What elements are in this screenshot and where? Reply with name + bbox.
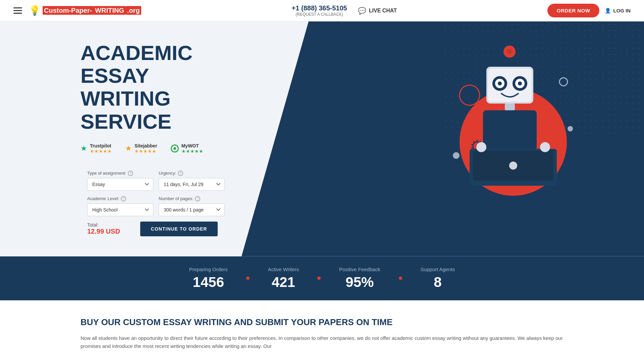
pages-label: Number of pages: ? — [159, 196, 225, 201]
trustpilot-icon: ★ — [80, 144, 87, 153]
stat-separator-1 — [317, 277, 321, 280]
mywot-rating: MyWOT ★★★★★ — [171, 143, 203, 154]
type-help-icon[interactable]: ? — [128, 171, 133, 176]
svg-point-1 — [460, 85, 480, 105]
svg-point-24 — [509, 162, 517, 170]
svg-point-19 — [518, 81, 522, 85]
stat-value-2: 95% — [339, 274, 380, 290]
stat-label-0: Preparing Orders — [189, 266, 228, 272]
stat-separator-0 — [246, 277, 250, 280]
ratings-row: ★ Trustpilot ★★★★★ ★ Sitejabber ★★★★★ My — [80, 143, 231, 154]
stat-label-1: Active Writers — [268, 266, 299, 272]
type-select[interactable]: Essay Research Paper Term Paper Coursewo… — [87, 178, 153, 191]
sitejabber-info: Sitejabber ★★★★★ — [135, 143, 157, 154]
stat-item-3: Support Agents8 — [421, 266, 455, 290]
svg-point-25 — [476, 142, 486, 152]
robot-illustration: ⚙ ⚙ — [449, 28, 577, 196]
header-left: 💡 Custom-Paper-WRITING.org — [13, 5, 141, 16]
stat-item-1: Active Writers421 — [268, 266, 299, 290]
svg-point-18 — [498, 81, 502, 85]
total-block: Total: 12.99 USD — [87, 222, 120, 235]
mywot-stars: ★★★★★ — [181, 148, 203, 154]
hero-title: ACADEMIC ESSAY WRITING SERVICE — [80, 42, 231, 133]
continue-button[interactable]: CONTINUE TO ORDER — [140, 222, 218, 236]
form-group-pages: Number of pages: ? 300 words / 1 page 60… — [159, 196, 225, 216]
header: 💡 Custom-Paper-WRITING.org +1 (888) 365-… — [0, 0, 644, 21]
svg-point-11 — [507, 49, 512, 54]
bottom-text: Now all students have an opportunity to … — [80, 334, 564, 350]
header-center: +1 (888) 365-5105 (REQUEST A CALLBACK) 💬… — [292, 4, 397, 17]
pages-help-icon[interactable]: ? — [195, 196, 200, 201]
logo-suffix: .org — [126, 6, 141, 15]
trustpilot-rating: ★ Trustpilot ★★★★★ — [80, 143, 112, 154]
stat-value-1: 421 — [268, 274, 299, 290]
trustpilot-name: Trustpilot — [90, 143, 112, 148]
svg-point-4 — [568, 126, 573, 131]
live-chat-button[interactable]: 💬 LIVE CHAT — [358, 7, 397, 15]
type-label: Type of assignment: ? — [87, 171, 153, 176]
stats-bar: Preparing Orders1456Active Writers421Pos… — [0, 256, 644, 300]
total-value: 12.99 USD — [87, 228, 120, 235]
hero-section: ACADEMIC ESSAY WRITING SERVICE ★ Trustpi… — [0, 21, 644, 256]
bottom-section: BUY OUR CUSTOM ESSAY WRITING AND SUBMIT … — [0, 300, 644, 362]
trustpilot-info: Trustpilot ★★★★★ — [90, 143, 112, 154]
form-row-2: Academic Level: ? High School Undergradu… — [87, 196, 225, 216]
stat-item-2: Positive Feedback95% — [339, 266, 380, 290]
level-help-icon[interactable]: ? — [121, 196, 126, 201]
login-button[interactable]: 👤 LOG IN — [605, 8, 631, 14]
stat-label-2: Positive Feedback — [339, 266, 380, 272]
logo[interactable]: 💡 Custom-Paper-WRITING.org — [29, 5, 141, 16]
robot-svg: ⚙ ⚙ — [449, 28, 577, 196]
mywot-icon — [171, 144, 179, 153]
mywot-name: MyWOT — [181, 143, 203, 148]
logo-icon: 💡 — [29, 5, 41, 16]
level-select[interactable]: High School Undergraduate Master PhD — [87, 203, 153, 216]
sitejabber-rating: ★ Sitejabber ★★★★★ — [125, 143, 157, 154]
chat-icon: 💬 — [358, 7, 366, 15]
svg-point-2 — [559, 78, 568, 86]
total-row: Total: 12.99 USD CONTINUE TO ORDER — [87, 222, 225, 236]
live-chat-label: LIVE CHAT — [369, 8, 397, 14]
login-label: LOG IN — [613, 8, 631, 13]
form-group-urgency: Urgency: ? 11 days, Fri, Jul 29 7 days 3… — [159, 171, 225, 191]
callback-label: (REQUEST A CALLBACK) — [296, 12, 343, 17]
pages-select[interactable]: 300 words / 1 page 600 words / 2 pages 9… — [159, 203, 225, 216]
urgency-select[interactable]: 11 days, Fri, Jul 29 7 days 3 days 24 ho… — [159, 178, 225, 191]
stat-item-0: Preparing Orders1456 — [189, 266, 228, 290]
stat-value-3: 8 — [421, 274, 455, 290]
urgency-label: Urgency: ? — [159, 171, 225, 176]
form-group-level: Academic Level: ? High School Undergradu… — [87, 196, 153, 216]
stat-separator-2 — [399, 277, 402, 280]
order-now-button[interactable]: ORDER NOW — [547, 4, 600, 17]
hero-left: ACADEMIC ESSAY WRITING SERVICE ★ Trustpi… — [0, 21, 245, 256]
sitejabber-stars: ★★★★★ — [135, 148, 157, 154]
sitejabber-icon: ★ — [125, 144, 132, 153]
urgency-help-icon[interactable]: ? — [178, 171, 183, 176]
hamburger-menu[interactable] — [13, 7, 22, 14]
total-label: Total: — [87, 222, 120, 228]
trustpilot-stars: ★★★★★ — [90, 148, 112, 154]
form-row-1: Type of assignment: ? Essay Research Pap… — [87, 171, 225, 191]
sitejabber-name: Sitejabber — [135, 143, 157, 148]
stat-value-0: 1456 — [189, 274, 228, 290]
header-right: ORDER NOW 👤 LOG IN — [547, 4, 631, 17]
bottom-title: BUY OUR CUSTOM ESSAY WRITING AND SUBMIT … — [80, 317, 564, 327]
hero-title-line1: ACADEMIC ESSAY — [80, 41, 193, 87]
phone-block: +1 (888) 365-5105 (REQUEST A CALLBACK) — [292, 4, 347, 17]
form-group-type: Type of assignment: ? Essay Research Pap… — [87, 171, 153, 191]
stats-inner: Preparing Orders1456Active Writers421Pos… — [0, 266, 644, 290]
phone-number[interactable]: +1 (888) 365-5105 — [292, 4, 347, 12]
svg-point-3 — [453, 152, 460, 159]
svg-point-26 — [540, 142, 550, 152]
logo-text: Custom-Paper-WRITING.org — [43, 7, 141, 14]
logo-prefix: Custom-Paper- — [43, 6, 93, 15]
mywot-info: MyWOT ★★★★★ — [181, 143, 203, 154]
svg-rect-20 — [505, 104, 515, 110]
svg-rect-21 — [483, 110, 537, 150]
login-icon: 👤 — [605, 8, 611, 14]
hero-right: ⚙ ⚙ — [245, 21, 644, 256]
level-label: Academic Level: ? — [87, 196, 153, 201]
stat-label-3: Support Agents — [421, 266, 455, 272]
hero-title-line2: WRITING SERVICE — [80, 87, 171, 133]
order-form: Type of assignment: ? Essay Research Pap… — [80, 164, 231, 243]
